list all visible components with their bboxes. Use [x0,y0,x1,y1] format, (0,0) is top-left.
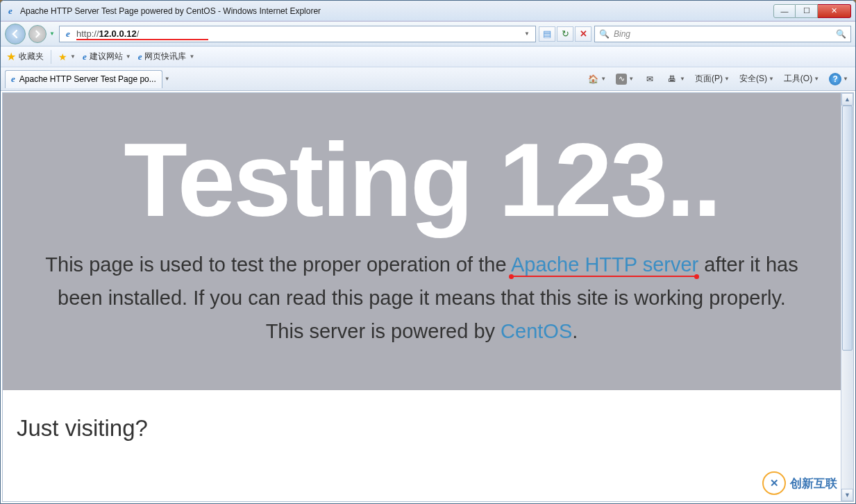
chevron-down-icon: ▼ [70,53,76,60]
window-title: Apache HTTP Server Test Page powered by … [20,6,773,16]
scroll-up-button[interactable]: ▲ [841,93,853,106]
tools-menu[interactable]: 工具(O)▼ [781,72,822,86]
separator [51,50,51,64]
chevron-down-icon: ▼ [126,53,131,60]
print-button[interactable]: 🖶▼ [663,72,688,87]
watermark-text: 创新互联 [790,476,837,492]
tools-menu-label: 工具(O) [784,73,812,85]
ie-icon: e [138,51,142,62]
web-slice-link[interactable]: e 网页快讯库 ▼ [138,51,195,62]
back-button[interactable] [5,24,26,44]
print-icon: 🖶 [666,73,678,85]
search-placeholder: Bing [614,29,630,39]
forward-button[interactable] [28,25,47,43]
star-icon: ★ [6,50,16,63]
search-box[interactable]: 🔍 Bing 🔍 [594,26,851,42]
command-buttons: 🏠▼ ∿▼ ✉ 🖶▼ 页面(P)▼ 安全(S)▼ 工具(O)▼ ?▼ [584,72,851,87]
close-button[interactable]: ✕ [818,4,851,18]
hero-section: Testing 123.. This page is used to test … [3,93,841,390]
search-icon: 🔍 [599,29,610,39]
chevron-down-icon: ▼ [843,76,848,82]
home-icon: 🏠 [587,73,599,85]
url-prefix: http:// [76,28,99,39]
url-host: 12.0.0.12 [99,28,137,39]
refresh-icon: ↻ [562,28,569,39]
visiting-section: Just visiting? [3,390,841,467]
titlebar: e Apache HTTP Server Test Page powered b… [1,1,855,22]
browser-window: e Apache HTTP Server Test Page powered b… [0,0,856,504]
hero-title: Testing 123.. [31,128,813,232]
url-suffix: / [137,28,140,39]
search-go-icon[interactable]: 🔍 [836,29,846,39]
lead-text-3: . [572,320,578,342]
web-slice-label: 网页快讯库 [144,51,186,62]
safety-menu[interactable]: 安全(S)▼ [737,72,777,86]
ie-page-icon: e [62,28,74,40]
page-break-icon: ▤ [543,28,551,39]
apache-link-text: Apache HTTP server [511,253,698,276]
maximize-button[interactable]: ☐ [796,4,818,18]
page-menu-label: 页面(P) [695,73,723,85]
page-content: Testing 123.. This page is used to test … [3,93,841,501]
nav-bar: ▼ e http://12.0.0.12/ ▼ ▤ ↻ ✕ 🔍 Bing 🔍 [1,22,855,47]
apache-link[interactable]: Apache HTTP server [511,253,698,276]
annotation-underline [511,276,697,277]
lead-text-1: This page is used to test the proper ope… [45,253,511,276]
feeds-button[interactable]: ∿▼ [613,72,637,86]
page-menu[interactable]: 页面(P)▼ [692,72,732,86]
browser-tab[interactable]: e Apache HTTP Server Test Page po... [5,70,162,88]
watermark-logo-icon: ✕ [762,471,786,495]
arrow-right-icon [33,30,42,38]
centos-link-text: CentOS [501,320,572,342]
refresh-button[interactable]: ↻ [557,26,573,42]
rss-icon: ∿ [616,74,627,85]
vertical-scrollbar[interactable]: ▲ ▼ [841,93,853,501]
nav-icon-group: ▤ ↻ ✕ [539,26,591,42]
mail-icon: ✉ [644,73,656,85]
read-mail-button[interactable]: ✉ [641,72,659,87]
help-button[interactable]: ?▼ [826,72,851,87]
ie-logo-icon: e [5,6,16,17]
annotation-underline [76,39,208,40]
chevron-down-icon: ▼ [601,76,606,82]
tab-list-dropdown[interactable]: ▼ [162,76,172,82]
tab-title: Apache HTTP Server Test Page po... [19,74,156,84]
compat-view-button[interactable]: ▤ [539,26,555,42]
ie-icon: e [83,51,87,62]
watermark: ✕ 创新互联 [762,471,837,495]
favorites-label: 收藏夹 [19,51,44,62]
hero-lead: This page is used to test the proper ope… [31,249,813,348]
address-dropdown[interactable]: ▼ [521,31,532,37]
home-button[interactable]: 🏠▼ [584,72,609,87]
chevron-down-icon: ▼ [628,76,634,82]
chevron-down-icon: ▼ [814,76,819,82]
favorites-button[interactable]: ★ 收藏夹 [6,50,44,63]
suggested-sites-link[interactable]: e 建议网站 ▼ [83,51,131,62]
visiting-heading: Just visiting? [17,415,827,442]
window-buttons: — ☐ ✕ [773,4,851,18]
url-text: http://12.0.0.12/ [76,28,521,39]
command-bar: e Apache HTTP Server Test Page po... ▼ 🏠… [1,67,855,91]
arrow-left-icon [10,29,20,39]
nav-history-dropdown[interactable]: ▼ [49,31,56,37]
chevron-down-icon: ▼ [680,76,685,82]
favorites-bar: ★ 收藏夹 ★ ▼ e 建议网站 ▼ e 网页快讯库 ▼ [1,47,855,67]
add-favorite-button[interactable]: ★ ▼ [58,51,76,62]
minimize-button[interactable]: — [773,4,796,18]
scroll-down-button[interactable]: ▼ [841,489,853,501]
star-plus-icon: ★ [58,51,67,62]
stop-button[interactable]: ✕ [575,26,591,42]
scroll-track[interactable] [841,106,853,489]
chevron-down-icon: ▼ [189,53,194,60]
address-bar[interactable]: e http://12.0.0.12/ ▼ [59,26,536,42]
ie-icon: e [11,74,15,85]
safety-menu-label: 安全(S) [739,73,767,85]
stop-icon: ✕ [580,28,587,39]
chevron-down-icon: ▼ [769,76,774,82]
chevron-down-icon: ▼ [724,76,730,82]
suggested-sites-label: 建议网站 [90,51,123,62]
scroll-thumb[interactable] [842,106,853,351]
viewport: Testing 123.. This page is used to test … [2,92,854,502]
centos-link[interactable]: CentOS [501,320,572,342]
help-icon: ? [829,73,841,85]
